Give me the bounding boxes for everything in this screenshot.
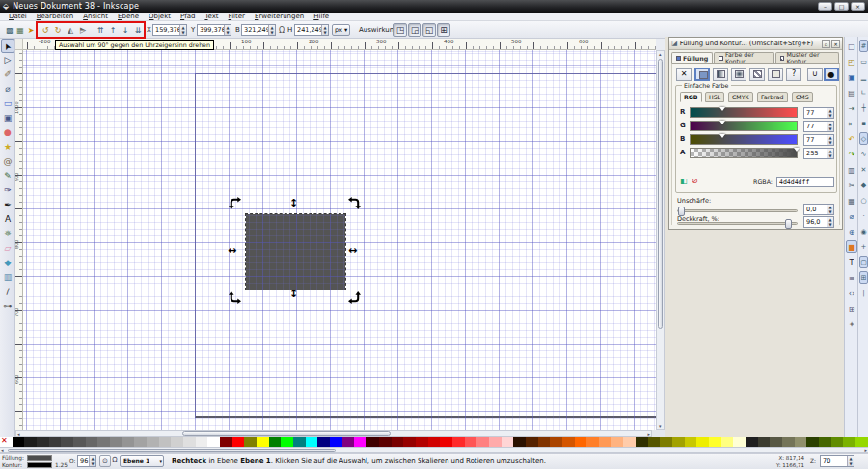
snap-grids-button[interactable]: ⊞	[859, 271, 868, 284]
zoom-tool[interactable]: ⌀	[1, 82, 14, 97]
snap-cusp-nodes-button[interactable]: ◆	[859, 179, 868, 191]
open-document-button[interactable]: ◰	[846, 55, 857, 68]
pen-tool[interactable]: ✑	[1, 183, 14, 198]
palette-swatch[interactable]	[342, 437, 355, 447]
minimize-button[interactable]: –	[818, 2, 832, 11]
affect-gradients-button[interactable]: ◱	[422, 23, 436, 37]
snap-bbox-midpoints-button[interactable]: ┼	[859, 101, 868, 114]
palette-swatch[interactable]	[147, 437, 159, 447]
horizontal-scrollbar[interactable]: ◂ ▸	[15, 430, 652, 437]
preferences-button[interactable]: ✦	[846, 317, 857, 330]
vertical-ruler[interactable]: 1000900800700600	[15, 50, 23, 430]
palette-swatch[interactable]	[855, 437, 868, 447]
palette-swatch[interactable]	[330, 437, 342, 447]
palette-swatch[interactable]	[562, 437, 575, 447]
node-tool[interactable]: ▷	[1, 53, 14, 68]
snap-paths-button[interactable]: ∿	[859, 148, 868, 160]
save-document-button[interactable]: ▣	[846, 70, 857, 83]
snap-intersections-button[interactable]: ✕	[859, 163, 868, 176]
text-tool[interactable]: A	[1, 212, 14, 227]
menu-text[interactable]: Text	[200, 13, 223, 21]
raise-button[interactable]: ↑	[107, 23, 119, 37]
ellipse-tool[interactable]: ●	[1, 125, 14, 140]
select-tool[interactable]: ➤	[1, 39, 14, 53]
palette-swatch[interactable]	[269, 437, 282, 447]
align-dialog-button[interactable]: ⊞	[846, 302, 857, 315]
colorspace-tab-hsl[interactable]: HSL	[705, 92, 724, 102]
zoom-spinbox[interactable]: 70▲▼	[820, 455, 854, 467]
palette-swatch[interactable]	[831, 437, 844, 447]
opacity-slider[interactable]	[677, 222, 798, 225]
canvas[interactable]: ↕ ↕ ↔ ↔	[23, 50, 656, 430]
vertical-scrollbar[interactable]: ▴ ▾	[656, 50, 665, 430]
palette-swatch[interactable]	[293, 437, 306, 447]
spinbox-g[interactable]: 77▲▼	[803, 121, 834, 132]
palette-swatch[interactable]	[513, 437, 526, 447]
palette-swatch-none[interactable]	[0, 437, 13, 447]
slider-a[interactable]	[690, 148, 798, 158]
palette-swatch[interactable]	[452, 437, 465, 447]
pattern-button[interactable]	[749, 68, 765, 81]
affect-scale-stroke-button[interactable]: ◳	[393, 23, 407, 37]
palette-swatch[interactable]	[306, 437, 318, 447]
palette-swatch[interactable]	[196, 437, 208, 447]
palette-swatch[interactable]	[86, 437, 98, 447]
raise-to-top-button[interactable]: ⇈	[95, 23, 106, 37]
palette-swatch[interactable]	[611, 437, 624, 447]
snap-smooth-nodes-button[interactable]: ○	[859, 194, 868, 207]
palette-swatch[interactable]	[746, 437, 758, 447]
snap-guides-button[interactable]: ∣	[859, 287, 868, 299]
palette-swatch[interactable]	[599, 437, 611, 447]
dialog-shade-button[interactable]: ▫	[822, 40, 830, 48]
palette-swatch[interactable]	[721, 437, 734, 447]
xml-editor-button[interactable]: ‹›	[846, 287, 857, 299]
palette-swatch[interactable]	[806, 437, 819, 447]
dialog-close-button[interactable]: ✕	[831, 40, 840, 48]
palette-swatch[interactable]	[403, 437, 416, 447]
palette-swatch[interactable]	[37, 437, 49, 447]
colorspace-tab-cmyk[interactable]: CMYK	[728, 92, 753, 102]
palette-swatch[interactable]	[159, 437, 172, 447]
rotate-handle-tl[interactable]	[229, 197, 241, 209]
spinbox-b[interactable]: 77▲▼	[803, 134, 834, 146]
affect-corners-button[interactable]: ◲	[408, 23, 421, 37]
snap-bbox-button[interactable]: ▭	[859, 55, 868, 68]
palette-swatch[interactable]	[207, 437, 220, 447]
tab-muster-der-kontur[interactable]: Muster der Kontur	[775, 52, 839, 63]
flip-horizontal-button[interactable]: ◭	[65, 23, 76, 37]
palette-swatch[interactable]	[782, 437, 795, 447]
colorspace-tab-farbrad[interactable]: Farbrad	[757, 92, 788, 102]
copy-button[interactable]: ▥	[846, 163, 857, 176]
flat-color-button[interactable]	[694, 68, 710, 81]
fill-rule-nonzero-button[interactable]: ●	[824, 68, 839, 81]
skew-handle-right[interactable]: ↔	[348, 245, 357, 256]
palette-swatch[interactable]	[575, 437, 587, 447]
snap-enable-button[interactable]: #	[859, 40, 868, 52]
blur-slider[interactable]	[677, 209, 798, 212]
opacity-spinbox[interactable]: 96,0▲▼	[803, 216, 834, 228]
palette-swatch[interactable]	[476, 437, 489, 447]
unit-select[interactable]: px ▾	[332, 24, 350, 36]
palette-swatch[interactable]	[526, 437, 538, 447]
palette-swatch[interactable]	[636, 437, 648, 447]
palette-swatch[interactable]	[758, 437, 771, 447]
palette-swatch[interactable]	[134, 437, 147, 447]
fill-rule-evenodd-button[interactable]: ∪	[807, 68, 823, 81]
zoom-drawing-button[interactable]: ⊕	[846, 225, 857, 237]
palette-swatch[interactable]	[819, 437, 831, 447]
tab-farbe-der-kontur[interactable]: Farbe der Kontur	[714, 52, 773, 63]
slider-g[interactable]	[690, 121, 798, 131]
height-field[interactable]: 241,249▲▼	[294, 24, 329, 36]
snap-bbox-corners-button[interactable]: ∟	[859, 86, 868, 98]
snap-midpoints-button[interactable]: ·	[859, 209, 868, 222]
linear-gradient-button[interactable]	[713, 68, 728, 81]
unknown-paint-button[interactable]: ?	[786, 68, 801, 81]
palette-swatch[interactable]	[795, 437, 807, 447]
box3d-tool[interactable]: ▣	[1, 111, 14, 125]
skew-handle-bottom[interactable]: ↕	[289, 289, 298, 299]
palette-swatch[interactable]	[171, 437, 183, 447]
menu-hilfe[interactable]: Hilfe	[309, 13, 334, 21]
palette-swatch[interactable]	[281, 437, 293, 447]
flip-vertical-button[interactable]: ◭	[77, 23, 89, 37]
palette-swatch[interactable]	[685, 437, 697, 447]
